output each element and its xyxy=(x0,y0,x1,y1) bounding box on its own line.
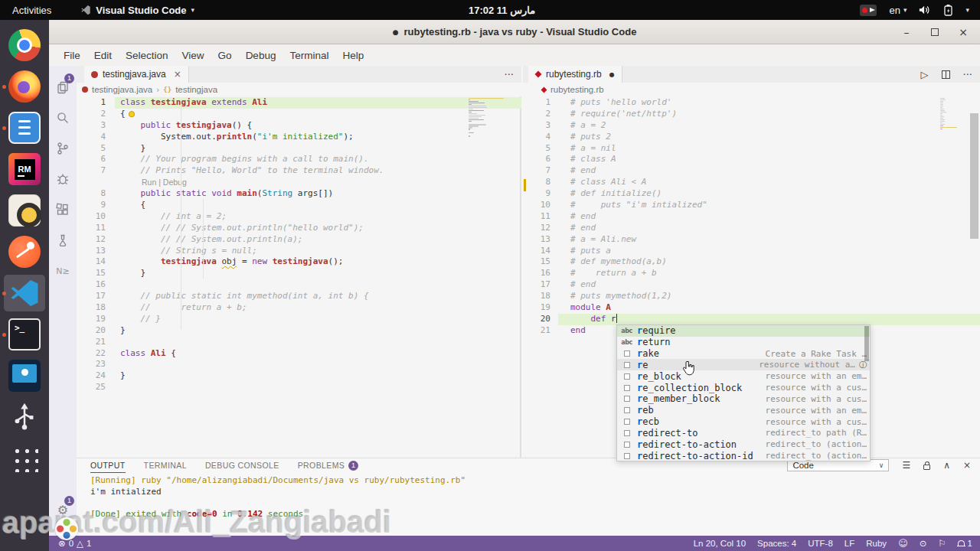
suggest-item-re_member_block[interactable]: re_member_blockresource with a cus… xyxy=(617,393,870,405)
more-actions-icon[interactable]: ··· xyxy=(505,69,514,80)
more-actions-icon[interactable]: ··· xyxy=(963,69,972,80)
menu-help[interactable]: Help xyxy=(335,47,371,64)
breadcrumb-file[interactable]: testingjava.java xyxy=(92,85,152,94)
breadcrumb[interactable]: rubytesting.rb xyxy=(523,83,980,96)
feedback-smiley-icon[interactable]: ☺ xyxy=(898,538,908,549)
suggest-item-re[interactable]: reresource without a…ⓘ xyxy=(617,359,870,370)
dock-item-files[interactable] xyxy=(0,109,49,147)
activity-debug[interactable] xyxy=(49,164,77,194)
line-number: 17 xyxy=(77,291,115,302)
run-code-icon[interactable]: ▷ xyxy=(921,69,929,80)
problems-status[interactable]: ⊗ 0 △ 1 xyxy=(58,538,91,549)
status-ln[interactable]: Ln 20, Col 10 xyxy=(694,539,746,548)
dock-item-vscode[interactable] xyxy=(0,274,49,312)
close-button[interactable]: × xyxy=(957,26,969,38)
breadcrumb-file[interactable]: rubytesting.rb xyxy=(550,85,604,94)
code-line: // public static int mymethod(int a, int… xyxy=(115,291,521,302)
battery-icon[interactable] xyxy=(943,5,953,16)
close-tab-icon[interactable]: × xyxy=(174,69,181,80)
menu-edit[interactable]: Edit xyxy=(87,47,119,64)
suggest-item-redirect-to[interactable]: redirect-toredirect_to path (R… xyxy=(617,427,870,439)
panel-tab-debug-console[interactable]: DEBUG CONSOLE xyxy=(205,458,279,473)
dock-item-chrome[interactable] xyxy=(0,26,49,64)
app-menu-label: Visual Studio Code xyxy=(96,5,186,16)
status-lf[interactable]: LF xyxy=(844,539,854,548)
activity-source-control[interactable] xyxy=(49,133,77,164)
unsaved-dot-icon[interactable]: ● xyxy=(609,71,615,78)
menu-go[interactable]: Go xyxy=(211,47,239,64)
vertical-scrollbar[interactable] xyxy=(969,96,979,458)
tab-rubytesting-rb[interactable]: rubytesting.rb ● xyxy=(528,66,622,83)
notifications-bell[interactable]: 1 xyxy=(958,539,972,548)
flag-icon[interactable]: ⚐ xyxy=(938,538,946,549)
activity-n-extension[interactable]: N≥ xyxy=(49,256,77,286)
lock-scroll-icon[interactable] xyxy=(923,465,930,470)
status-circle-icon[interactable]: ⊙ xyxy=(920,538,927,549)
suggest-item-re_block[interactable]: re_blockresource with an em… xyxy=(617,370,870,382)
maximize-button[interactable] xyxy=(931,28,939,36)
suggest-scrollbar-thumb[interactable] xyxy=(864,326,869,361)
activity-explorer[interactable]: 1 xyxy=(49,72,77,103)
suggest-item-rake[interactable]: rakeCreate a Rake Task … xyxy=(617,348,870,360)
menu-terminal[interactable]: Terminal xyxy=(283,47,335,64)
minimize-button[interactable]: – xyxy=(900,26,913,38)
java-editor[interactable]: 1234567891011121314151617181920212223242… xyxy=(77,96,521,458)
suggest-label: redirect-to-action xyxy=(637,439,737,450)
output-console[interactable]: [Running] ruby "/home/alizangiabadi/Docu… xyxy=(77,473,980,520)
status-ruby[interactable]: Ruby xyxy=(866,539,887,548)
minimap[interactable] xyxy=(940,98,959,130)
screen-recording-icon[interactable] xyxy=(860,5,877,16)
code-content[interactable]: class testingjava extends Ali{ public te… xyxy=(115,97,521,393)
window-title-bar[interactable]: ● rubytesting.rb - java vs ruby - Visual… xyxy=(49,20,980,44)
activities-button[interactable]: Activities xyxy=(0,0,64,20)
scrollbar-thumb[interactable] xyxy=(970,113,978,239)
dock-item-screen-recorder[interactable] xyxy=(0,357,49,395)
suggest-item-return[interactable]: abcreturn xyxy=(617,337,870,348)
manage-gear-button[interactable]: ⚙1 xyxy=(49,494,77,525)
suggest-item-re_collection_block[interactable]: re_collection_blockresource with a cus… xyxy=(617,382,870,393)
menu-debug[interactable]: Debug xyxy=(239,47,283,64)
suggest-item-reb[interactable]: rebresource with an em… xyxy=(617,405,870,416)
activity-extensions[interactable] xyxy=(49,194,77,225)
dock-item-terminal[interactable]: >_ xyxy=(0,315,49,354)
dock-item-speaker-app[interactable] xyxy=(0,191,49,230)
code-line: # def initialize() xyxy=(558,188,980,200)
menu-selection[interactable]: Selection xyxy=(119,47,175,64)
code-content[interactable]: # puts 'hello world'# require('net/http'… xyxy=(558,97,980,337)
menu-file[interactable]: File xyxy=(57,47,87,64)
suggest-detail: resource with a cus… xyxy=(766,383,867,393)
app-menu[interactable]: Visual Studio Code ▾ xyxy=(80,5,194,16)
system-menu-chevron-icon[interactable]: ▾ xyxy=(965,6,969,14)
panel-tab-terminal[interactable]: TERMINAL xyxy=(144,458,187,473)
suggest-item-redirect-to-action-id[interactable]: redirect-to-action-idredirect_to (action… xyxy=(617,450,870,461)
clock[interactable]: 17:02 11 مارس xyxy=(469,0,535,20)
volume-icon[interactable] xyxy=(919,5,931,15)
close-panel-icon[interactable]: × xyxy=(963,460,971,471)
activity-search[interactable] xyxy=(49,103,77,133)
status-utf-8[interactable]: UTF-8 xyxy=(808,539,833,548)
minimap[interactable] xyxy=(469,98,505,139)
split-editor-icon[interactable] xyxy=(942,70,950,79)
suggest-item-require[interactable]: abcrequire xyxy=(617,325,870,337)
filter-output-icon[interactable]: ☰ xyxy=(902,460,910,471)
panel-tab-output[interactable]: OUTPUT xyxy=(90,458,126,473)
output-line: [Done] exited with code=0 in 0.142 secon… xyxy=(90,509,980,520)
dock-item-show-applications[interactable] xyxy=(0,439,49,478)
menu-view[interactable]: View xyxy=(175,47,211,64)
maximize-panel-icon[interactable]: ∧ xyxy=(943,460,950,471)
suggest-item-redirect-to-action[interactable]: redirect-to-actionredirect_to (action… xyxy=(617,439,870,450)
tab-testingjava-java[interactable]: testingjava.java × xyxy=(84,66,189,83)
keyboard-layout-indicator[interactable]: en ▾ xyxy=(889,5,906,16)
suggest-detail: resource with an em… xyxy=(766,406,867,416)
dock-item-rubymine[interactable]: RM xyxy=(0,150,49,188)
breadcrumb-symbol[interactable]: testingjava xyxy=(175,85,217,94)
dock-item-usb-media[interactable] xyxy=(0,398,49,436)
lightbulb-icon[interactable] xyxy=(129,111,135,117)
panel-tab-problems[interactable]: PROBLEMS1 xyxy=(298,458,359,473)
activity-test-beaker[interactable] xyxy=(49,225,77,256)
dock-item-firefox[interactable] xyxy=(0,67,49,106)
suggest-item-recb[interactable]: recbresource with a cus… xyxy=(617,416,870,428)
status-spaces[interactable]: Spaces: 4 xyxy=(757,539,796,548)
breadcrumb[interactable]: testingjava.java › {} testingjava xyxy=(77,83,521,96)
dock-item-postman[interactable] xyxy=(0,233,49,271)
